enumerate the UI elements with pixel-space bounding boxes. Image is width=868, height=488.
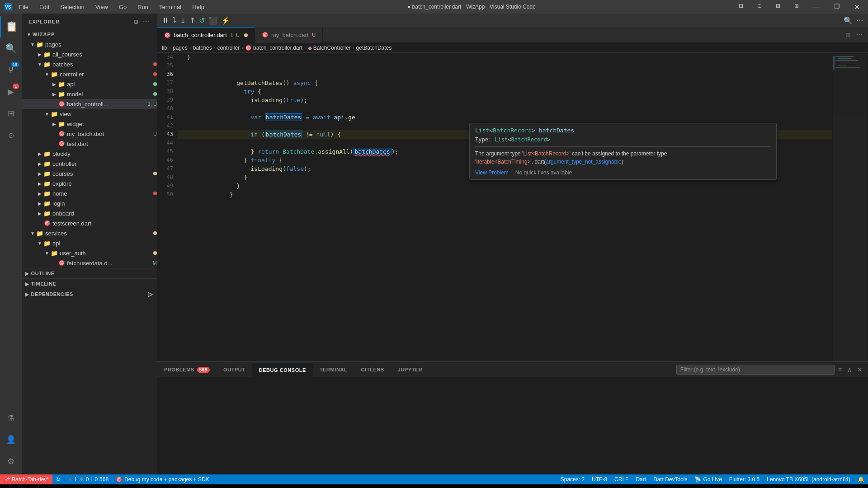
menu-help[interactable]: Help: [189, 2, 208, 12]
debug-stop-icon[interactable]: ⬛: [208, 16, 217, 25]
debug-step-over-icon[interactable]: ⤵: [173, 16, 176, 24]
taskbar-app2[interactable]: 🟠: [177, 485, 195, 488]
tree-item-explore[interactable]: ▶ 📁 explore: [22, 178, 157, 188]
tree-item-login[interactable]: ▶ 📁 login: [22, 198, 157, 208]
activity-settings[interactable]: ⚙: [0, 450, 22, 472]
tabs-split-editor[interactable]: ⊞: [844, 29, 853, 40]
taskbar-system-tray[interactable]: 🌤 24°C Mostly cl...: [782, 485, 837, 488]
taskbar-chrome[interactable]: 🟢: [236, 485, 254, 488]
tree-item-controller2[interactable]: ▶ 📁 controller: [22, 159, 157, 169]
tree-item-services-api[interactable]: ▼ 📁 api: [22, 238, 157, 248]
status-go-live[interactable]: 📡 Go Live: [691, 474, 725, 484]
status-encoding[interactable]: UTF-8: [588, 474, 611, 484]
activity-remote[interactable]: ⊙: [0, 124, 22, 146]
breadcrumb-pages[interactable]: pages: [173, 45, 188, 51]
status-language[interactable]: Dart: [632, 474, 650, 484]
panel-filter-input[interactable]: [676, 365, 835, 375]
breadcrumb-class[interactable]: ◆ BatchController: [308, 45, 351, 51]
tab-my-batch[interactable]: 🎯 my_batch.dart U: [255, 27, 323, 43]
minimap[interactable]: [832, 53, 868, 361]
taskbar-app1[interactable]: 🔵: [158, 485, 176, 488]
panel-collapse-btn[interactable]: ∧: [845, 364, 854, 375]
panel-tab-jupyter[interactable]: JUPYTER: [391, 362, 429, 378]
status-notifications[interactable]: 🔔: [854, 474, 868, 484]
menu-go[interactable]: Go: [115, 2, 130, 12]
status-device[interactable]: Lenovo TB X605L (android-arm64): [763, 474, 854, 484]
breadcrumb-batches[interactable]: batches: [193, 45, 212, 51]
menu-view[interactable]: View: [92, 2, 112, 12]
tree-item-home[interactable]: ▶ 📁 home: [22, 188, 157, 198]
activity-search[interactable]: 🔍: [0, 38, 22, 59]
tree-item-user-auth[interactable]: ▼ 📁 user_auth: [22, 248, 157, 258]
taskbar-whatsapp[interactable]: 📱: [138, 485, 156, 488]
tree-item-api[interactable]: ▶ 📁 api: [22, 79, 157, 89]
status-errors[interactable]: ✕ 1 ⚠ 0 ℹ 0 568: [64, 474, 112, 484]
tree-item-widget[interactable]: ▶ 📁 widget: [22, 119, 157, 129]
activity-explorer[interactable]: 📋: [0, 16, 22, 38]
taskbar-vscode[interactable]: VS: [119, 485, 137, 488]
taskbar-start[interactable]: ⊞: [2, 485, 20, 488]
layout-btn-1[interactable]: ⊟: [735, 1, 747, 13]
breadcrumb-method[interactable]: getBatchDates: [356, 45, 392, 51]
tree-item-courses[interactable]: ▶ 📁 courses: [22, 169, 157, 178]
status-branch-debug[interactable]: ⎇ Batch-Tab-dev*: [0, 474, 52, 484]
tree-item-model[interactable]: ▶ 📁 model: [22, 89, 157, 99]
tab-batch-controller[interactable]: 🎯 batch_controller.dart 1, U: [157, 27, 255, 43]
tree-item-testscreen[interactable]: ▶ 🎯 testscreen.dart: [22, 218, 157, 228]
code-content[interactable]: } getBatchDates() async { try { isLoadin…: [178, 53, 832, 361]
timeline-header[interactable]: ▶ TIMELINE: [22, 279, 157, 289]
taskbar-search[interactable]: 🔍: [22, 485, 40, 488]
tree-item-all-courses[interactable]: ▶ 📁 all_courses: [22, 49, 157, 59]
taskbar-taskview[interactable]: ⧉: [41, 485, 59, 488]
editor-scroll[interactable]: 34 35 36 37 38 39 40 41 42 43 44 45 46 4…: [157, 53, 832, 361]
panel-tab-debug-console[interactable]: DEBUG CONSOLE: [252, 362, 313, 378]
tree-item-blockly[interactable]: ▶ 📁 blockly: [22, 149, 157, 159]
tree-item-onboard[interactable]: ▶ 📁 onboard: [22, 208, 157, 218]
taskbar-edge[interactable]: 🌐: [80, 485, 98, 488]
maximize-btn[interactable]: ❐: [830, 1, 844, 13]
tree-item-controller[interactable]: ▼ 📁 controller: [22, 69, 157, 79]
layout-btn-4[interactable]: ⊠: [791, 1, 802, 13]
taskbar-datetime[interactable]: 8:23 PM: [838, 485, 866, 488]
status-flutter[interactable]: Flutter: 3.0.5: [726, 474, 763, 484]
dependencies-expand-icon[interactable]: ▷: [148, 291, 153, 298]
debug-more-icon[interactable]: ⋯: [856, 16, 863, 25]
debug-restart-icon[interactable]: ↺: [199, 16, 205, 25]
taskbar-app4[interactable]: 🔴: [216, 485, 234, 488]
tree-item-batches[interactable]: ▼ 📁 batches: [22, 59, 157, 69]
menu-edit[interactable]: Edit: [36, 2, 53, 12]
tree-item-pages[interactable]: ▼ 📁 pages: [22, 39, 157, 49]
menu-run[interactable]: Run: [134, 2, 152, 12]
menu-file[interactable]: File: [15, 2, 32, 12]
dependencies-header[interactable]: ▶ DEPENDENCIES ▷: [22, 289, 157, 299]
activity-extensions[interactable]: ⊞: [0, 103, 22, 124]
activity-source-control[interactable]: ⑂ 16: [0, 59, 22, 81]
tree-item-view[interactable]: ▼ 📁 view: [22, 109, 157, 119]
debug-step-out-icon[interactable]: ⤒: [189, 16, 195, 25]
status-dart-devtools[interactable]: Dart DevTools: [650, 474, 691, 484]
activity-run-debug[interactable]: ▶ 1: [0, 81, 22, 103]
tree-item-batch-controller[interactable]: ▶ 🎯 batch_controll... 1, U: [22, 99, 157, 109]
panel-close-btn[interactable]: ✕: [855, 364, 864, 375]
tree-item-fetchuserdata[interactable]: ▶ 🎯 fetchuserdata.d... M: [22, 258, 157, 268]
outline-header[interactable]: ▶ OUTLINE: [22, 268, 157, 278]
breadcrumb-file[interactable]: 🎯 batch_controller.dart: [245, 45, 302, 51]
tree-item-services[interactable]: ▼ 📁 services: [22, 228, 157, 238]
minimize-btn[interactable]: —: [809, 1, 824, 13]
breadcrumb-lib[interactable]: lib: [162, 45, 167, 51]
taskbar-firefox[interactable]: 🦊: [99, 485, 118, 488]
debug-live-reload-icon[interactable]: ⚡: [221, 16, 230, 25]
debug-step-into-icon[interactable]: ⤓: [180, 16, 186, 25]
taskbar-app3[interactable]: 🟡: [197, 485, 215, 488]
status-debug-label[interactable]: 🎯 Debug my code + packages + SDK: [112, 474, 212, 484]
status-sync[interactable]: ↻: [52, 474, 64, 484]
activity-accounts[interactable]: 👤: [0, 429, 22, 450]
breadcrumb-controller[interactable]: controller: [217, 45, 240, 51]
view-problem-link[interactable]: View Problem: [475, 169, 509, 176]
panel-tab-output[interactable]: OUTPUT: [217, 362, 252, 378]
panel-tab-problems[interactable]: PROBLEMS 569: [157, 362, 217, 378]
debug-pause-icon[interactable]: ⏸: [162, 16, 169, 24]
close-btn[interactable]: ✕: [850, 1, 863, 13]
taskbar-explorer[interactable]: 📁: [61, 485, 79, 488]
debug-search-icon[interactable]: 🔍: [844, 16, 853, 25]
